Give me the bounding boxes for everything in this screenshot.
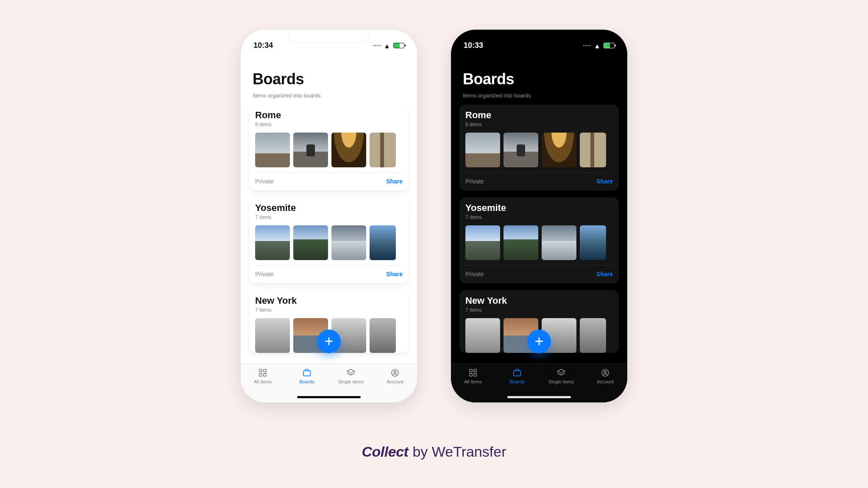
thumb[interactable]	[255, 318, 290, 353]
brand-caption: Collect by WeTransfer	[362, 444, 506, 460]
thumb[interactable]	[370, 133, 396, 167]
battery-icon	[393, 43, 404, 48]
board-thumbs	[255, 133, 403, 167]
thumb[interactable]	[370, 318, 396, 353]
plus-icon: +	[324, 334, 333, 349]
brand-logo: Collect	[362, 444, 409, 460]
board-title: Rome	[255, 110, 403, 121]
svg-rect-4	[303, 371, 311, 376]
tab-single-items[interactable]: Single items	[334, 368, 368, 384]
share-button[interactable]: Share	[596, 178, 613, 185]
thumb[interactable]	[465, 133, 500, 167]
battery-icon	[604, 43, 615, 48]
share-button[interactable]: Share	[386, 271, 403, 277]
thumb[interactable]	[580, 225, 606, 260]
tab-label: Single items	[338, 379, 364, 384]
thumb[interactable]	[465, 318, 500, 353]
thumb[interactable]	[580, 318, 606, 353]
tab-label: Account	[597, 379, 614, 384]
board-title: Yosemite	[465, 202, 613, 214]
notch	[287, 30, 371, 44]
page-title: Boards	[253, 70, 405, 88]
tab-label: Boards	[510, 379, 525, 384]
tab-boards[interactable]: Boards	[290, 368, 324, 384]
board-footer: Private Share	[465, 265, 613, 283]
svg-rect-0	[259, 369, 262, 372]
add-button[interactable]: +	[527, 330, 551, 353]
board-title: New York	[465, 295, 613, 306]
cellular-icon	[373, 45, 381, 46]
board-item-count: 7 items	[255, 214, 403, 220]
briefcase-icon	[512, 368, 523, 377]
privacy-label: Private	[255, 178, 274, 185]
svg-rect-9	[470, 374, 472, 376]
privacy-label: Private	[465, 178, 484, 185]
briefcase-icon	[301, 368, 312, 377]
share-button[interactable]: Share	[596, 271, 613, 277]
thumb[interactable]	[580, 133, 606, 167]
board-card-yosemite[interactable]: Yosemite 7 items Private Share	[459, 197, 619, 283]
thumb[interactable]	[542, 133, 576, 167]
svg-rect-11	[514, 371, 521, 376]
thumb[interactable]	[255, 225, 290, 260]
layers-icon	[556, 368, 567, 377]
board-item-count: 8 items	[255, 122, 403, 128]
thumb[interactable]	[293, 225, 328, 260]
status-time: 10:33	[464, 41, 483, 50]
board-title: Yosemite	[255, 202, 403, 214]
layers-icon	[345, 368, 356, 377]
thumb[interactable]	[504, 133, 538, 167]
tab-label: Single items	[548, 379, 574, 384]
tab-all-items[interactable]: All items	[456, 368, 490, 384]
home-indicator[interactable]	[297, 396, 361, 398]
tab-boards[interactable]: Boards	[500, 368, 534, 384]
privacy-label: Private	[255, 271, 274, 277]
thumb[interactable]	[542, 225, 576, 260]
svg-rect-8	[474, 369, 476, 372]
wifi-icon	[383, 43, 391, 48]
tab-label: All items	[254, 379, 272, 384]
thumb[interactable]	[504, 225, 538, 260]
svg-rect-1	[264, 369, 266, 372]
board-card-rome[interactable]: Rome 8 items Private Share	[459, 105, 619, 191]
phone-dark: 10:33 Boards Items organized into boards…	[451, 30, 627, 402]
thumb[interactable]	[331, 225, 366, 260]
board-thumbs	[465, 225, 613, 260]
plus-icon: +	[534, 334, 543, 349]
tab-label: Account	[387, 379, 403, 384]
thumb[interactable]	[255, 133, 290, 167]
share-button[interactable]: Share	[386, 178, 403, 185]
thumb[interactable]	[465, 225, 500, 260]
home-indicator[interactable]	[507, 396, 571, 398]
tab-single-items[interactable]: Single items	[544, 368, 578, 384]
board-title: Rome	[465, 110, 613, 121]
board-card-yosemite[interactable]: Yosemite 7 items Private Share	[249, 197, 409, 283]
tab-all-items[interactable]: All items	[246, 368, 280, 384]
svg-rect-7	[470, 369, 472, 372]
cellular-icon	[583, 45, 591, 46]
board-footer: Private Share	[255, 172, 403, 191]
board-item-count: 7 items	[465, 307, 613, 313]
wifi-icon	[593, 43, 601, 48]
svg-point-13	[604, 371, 606, 373]
user-icon	[389, 368, 401, 377]
board-item-count: 8 items	[465, 122, 613, 128]
tab-label: All items	[464, 379, 482, 384]
thumb[interactable]	[293, 133, 328, 167]
privacy-label: Private	[465, 271, 484, 277]
svg-point-6	[394, 371, 396, 373]
board-footer: Private Share	[255, 265, 403, 283]
board-item-count: 7 items	[255, 307, 403, 313]
board-title: New York	[255, 295, 403, 306]
svg-rect-10	[474, 374, 476, 376]
svg-rect-2	[259, 374, 262, 376]
board-thumbs	[255, 225, 403, 260]
status-time: 10:34	[253, 41, 273, 50]
thumb[interactable]	[370, 225, 396, 260]
thumb[interactable]	[331, 133, 366, 167]
add-button[interactable]: +	[317, 330, 341, 353]
tab-account[interactable]: Account	[588, 368, 622, 384]
brand-byline: by WeTransfer	[412, 444, 506, 460]
board-card-rome[interactable]: Rome 8 items Private Share	[249, 105, 409, 191]
tab-account[interactable]: Account	[378, 368, 412, 384]
